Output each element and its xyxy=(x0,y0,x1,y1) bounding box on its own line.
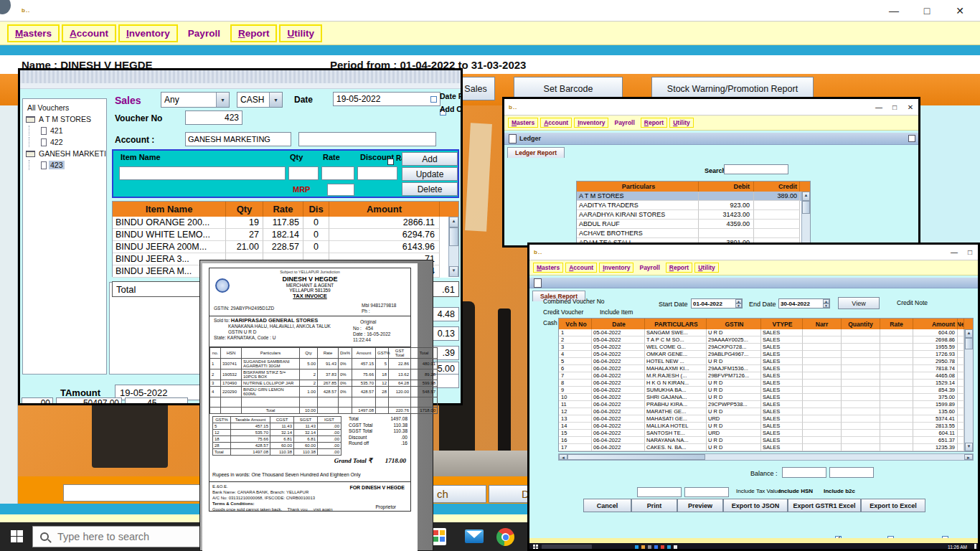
qty-input[interactable] xyxy=(288,166,319,180)
ledger-scrollbar[interactable]: ▲ xyxy=(801,192,810,248)
scroll-down-icon[interactable]: ▼ xyxy=(449,266,458,277)
menu-item-masters[interactable]: Masters xyxy=(7,24,60,42)
chevron-down-icon[interactable]: ▼ xyxy=(216,93,229,107)
menu-item-inventory[interactable]: Inventory xyxy=(574,118,608,128)
scroll-left-icon[interactable]: ◄ xyxy=(559,454,567,460)
mrp-input[interactable] xyxy=(327,184,354,196)
view-button[interactable]: View xyxy=(838,297,880,309)
scroll-up-icon[interactable]: ▲ xyxy=(449,217,458,227)
cancel-button[interactable]: Cancel xyxy=(583,499,631,512)
scrollbar-thumb[interactable] xyxy=(965,338,973,349)
tree-node[interactable]: 423 xyxy=(24,159,105,171)
scrollbar-thumb[interactable] xyxy=(802,201,810,214)
menu-item-utility[interactable]: Utility xyxy=(694,263,719,273)
col-particulars[interactable]: PARTICULARS xyxy=(645,319,707,329)
col-item-name[interactable]: Item Name xyxy=(113,202,226,217)
col-rate[interactable]: Rate xyxy=(263,202,303,217)
col-net[interactable]: Ne xyxy=(958,319,964,329)
sales-report-row[interactable]: 1 05-04-2022 SANGAM SWE... U R D SALES 6… xyxy=(559,329,973,336)
menu-item-account[interactable]: Account xyxy=(62,24,116,42)
start-date-box[interactable]: 01-04-2022 ▲▼ xyxy=(691,298,743,309)
mini-search-box[interactable] xyxy=(542,545,592,550)
sales-report-hscrollbar[interactable]: ◄ ► xyxy=(558,453,974,461)
menu-item-utility[interactable]: Utility xyxy=(669,118,694,128)
sales-report-row[interactable]: 15 06-04-2022 SANTOSH TE... URD SALES 60… xyxy=(559,430,973,437)
close-button[interactable]: ✕ xyxy=(950,5,970,17)
tree-node-label[interactable]: 423 xyxy=(49,161,65,169)
export-gstr1-button[interactable]: Export GSTR1 Excel xyxy=(788,499,861,512)
maximize-button[interactable]: □ xyxy=(962,248,978,256)
col-debit[interactable]: Debit xyxy=(699,182,754,192)
tree-node[interactable]: 422 xyxy=(24,136,105,148)
show-desktop-sliver[interactable] xyxy=(974,544,976,550)
col-amount[interactable]: Amount xyxy=(913,319,958,329)
menu-item-inventory[interactable]: Inventory xyxy=(118,24,178,42)
tree-node-label[interactable]: All Vouchers xyxy=(26,103,70,112)
sales-report-row[interactable]: 10 06-04-2022 SHRI GAJANA... U R D SALES… xyxy=(559,394,973,401)
sales-report-scrollbar[interactable]: ▲ ▼ xyxy=(964,329,973,451)
preview-button[interactable]: Preview xyxy=(677,499,723,512)
sales-report-row[interactable]: 14 06-04-2022 MALLIKA HOTEL U R D SALES … xyxy=(559,423,973,430)
maximize-button[interactable]: □ xyxy=(917,5,937,17)
col-particulars[interactable]: Particulars xyxy=(577,182,699,192)
sales-report-row[interactable]: 13 06-04-2022 MAHASATI GE... URD SALES 5… xyxy=(559,415,973,423)
start-button[interactable] xyxy=(11,530,23,542)
mail-icon[interactable] xyxy=(465,529,484,543)
close-button[interactable]: ✕ xyxy=(903,103,918,111)
menu-item-report[interactable]: Report xyxy=(666,263,692,273)
menu-item-report[interactable]: Report xyxy=(230,24,278,42)
menu-item-payroll[interactable]: Payroll xyxy=(180,24,228,42)
col-dis[interactable]: Dis xyxy=(303,202,329,217)
ledger-search-input[interactable] xyxy=(724,164,788,174)
spinner-icon[interactable]: ▲▼ xyxy=(735,299,742,308)
payment-mode-dropdown[interactable]: CASH ▼ xyxy=(237,92,283,108)
app-taskbar-icon[interactable] xyxy=(432,528,446,545)
export-excel-button[interactable]: Export to Excel xyxy=(861,499,925,512)
tree-node-label[interactable]: A T M STORES xyxy=(37,115,93,123)
col-rate[interactable]: Rate xyxy=(880,319,913,329)
menu-item-utility[interactable]: Utility xyxy=(279,24,322,42)
footer-box-1[interactable] xyxy=(637,487,682,497)
tree-node-label[interactable]: GANESH MARKETING xyxy=(37,149,107,158)
sales-report-row[interactable]: 4 05-04-2022 OMKAR GENE... 29ABLPG4967..… xyxy=(559,351,973,358)
menu-item-payroll[interactable]: Payroll xyxy=(636,263,663,273)
sales-report-row[interactable]: 16 06-04-2022 NARAYANA NA... U R D SALES… xyxy=(559,437,973,444)
menu-item-masters[interactable]: Masters xyxy=(533,263,563,273)
chrome-icon[interactable] xyxy=(496,528,514,546)
tree-node[interactable]: GANESH MARKETING xyxy=(24,148,105,159)
footer-box-2[interactable] xyxy=(684,487,729,497)
start-button[interactable] xyxy=(533,545,538,550)
ledger-row[interactable]: AADITYA TRADERS 923.00 xyxy=(577,201,810,210)
end-date-box[interactable]: 30-04-2022 ▲▼ xyxy=(778,298,830,309)
scroll-up-icon[interactable]: ▲ xyxy=(802,192,810,201)
voucher-items-scrollbar[interactable]: ▲ ▼ xyxy=(448,217,458,277)
menu-item-masters[interactable]: Masters xyxy=(508,118,538,128)
menu-item-account[interactable]: Account xyxy=(565,263,597,273)
tree-node[interactable]: A T M STORES xyxy=(24,113,105,125)
tab-ledger-report[interactable]: Ledger Report xyxy=(507,147,565,158)
voucher-item-row[interactable]: BINDU WHITE LEMO... 27 182.14 0 6294.76 xyxy=(113,229,458,241)
sales-report-row[interactable]: 17 06-04-2022 CAKES. N. BA... U R D SALE… xyxy=(559,444,973,451)
sales-report-row[interactable]: 3 05-04-2022 WEL COME G... 29ACKPG728...… xyxy=(559,344,973,351)
date-for-checkbox[interactable] xyxy=(430,96,437,103)
sales-report-row[interactable]: 11 06-04-2022 PRABHU KIRA... 29CPWPP538.… xyxy=(559,401,973,408)
sales-report-row[interactable]: 8 06-04-2022 H K G N KIRAN... U R D SALE… xyxy=(559,380,973,387)
ledger-row[interactable]: ACHAVE BROTHERS xyxy=(577,229,810,238)
col-narr[interactable]: Narr xyxy=(803,319,842,329)
menu-item-report[interactable]: Report xyxy=(641,118,667,128)
tree-node[interactable]: All Vouchers xyxy=(24,102,105,113)
account-secondary-input[interactable] xyxy=(298,132,436,146)
minimize-button[interactable]: — xyxy=(871,103,887,111)
account-input[interactable] xyxy=(185,132,291,146)
chevron-down-icon[interactable]: ▼ xyxy=(269,93,282,107)
maximize-button[interactable]: □ xyxy=(887,103,903,111)
sales-report-row[interactable]: 2 05-04-2022 T A P C M SO... 29AAAAY0025… xyxy=(559,336,973,344)
voucher-item-row[interactable]: BINDU ORANGE 200... 19 117.85 0 2866.11 xyxy=(113,217,458,229)
voucher-item-row[interactable]: BINDU JEERA 200M... 21.00 228.57 0 6143.… xyxy=(113,241,458,253)
col-vch-no[interactable]: Vch No xyxy=(559,319,592,329)
sales-report-row[interactable]: 6 06-04-2022 MAHALAXMI KI... 29AAJFM1536… xyxy=(559,365,973,372)
scroll-up-icon[interactable]: ▲ xyxy=(965,329,973,338)
scrollbar-thumb[interactable] xyxy=(567,454,705,460)
voucher-no-input[interactable] xyxy=(185,110,242,125)
rate-inc-checkbox[interactable] xyxy=(387,159,394,165)
